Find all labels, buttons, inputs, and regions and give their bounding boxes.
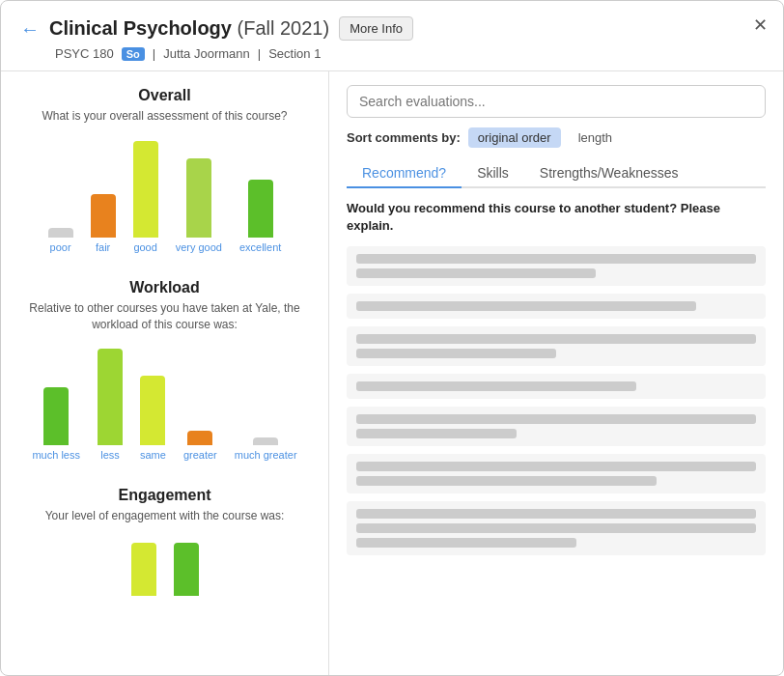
bar [131,543,156,596]
bar-item: much less [32,387,80,462]
bar [91,194,116,238]
bar-label: less [100,449,120,462]
comment-2 [347,294,766,319]
close-button[interactable]: ✕ [753,14,768,36]
bar-label: poor [50,241,71,254]
overall-chart: poorfairgoodvery goodexcellent [20,138,309,254]
bar-item [131,543,156,596]
bar-label: much greater [235,449,297,462]
section-badge: So [122,47,145,61]
left-panel: Overall What is your overall assessment … [1,71,329,675]
overall-title: Overall [20,87,309,104]
bar-label: same [140,449,166,462]
tab-skills[interactable]: Skills [462,159,524,188]
subtitle: PSYC 180 So | Jutta Joormann | Section 1 [55,46,764,61]
workload-desc: Relative to other courses you have taken… [20,300,309,333]
comment-6 [347,454,766,493]
bar [186,158,211,238]
right-panel: Sort comments by: original order length … [329,71,783,675]
overall-section: Overall What is your overall assessment … [20,87,309,254]
sort-length-button[interactable]: length [569,127,622,148]
tab-recommend[interactable]: Recommend? [347,159,462,188]
bar [187,431,212,445]
bar-item: very good [176,158,222,254]
main-window: ← Clinical Psychology (Fall 2021) More I… [0,0,784,676]
bar [133,141,158,238]
bar [140,376,165,445]
bar-item: poor [48,228,73,254]
search-input[interactable] [347,85,766,118]
main-content: Overall What is your overall assessment … [1,71,783,675]
engagement-desc: Your level of engagement with the course… [20,508,309,524]
bar-item: good [133,141,158,254]
sort-row: Sort comments by: original order length [347,127,766,148]
bar [98,349,123,445]
bar-label: fair [96,241,110,254]
separator: | [153,46,155,61]
back-button[interactable]: ← [20,19,40,39]
bar-item: same [140,376,166,462]
bar-label: good [133,241,156,254]
workload-section: Workload Relative to other courses you h… [20,279,309,463]
bar-label: greater [183,449,217,462]
title-year: (Fall 2021) [238,17,330,39]
bar-item: fair [91,194,116,254]
bar-item: much greater [235,437,297,462]
comment-7 [347,501,766,555]
course-code: PSYC 180 [55,46,114,61]
comment-1 [347,246,766,286]
instructor: Jutta Joormann [163,46,250,61]
workload-title: Workload [20,279,309,296]
bar-item: greater [183,431,217,462]
bar-item: less [98,349,123,462]
bar-item: excellent [239,180,281,254]
workload-chart: much lesslesssamegreatermuch greater [20,346,309,462]
separator2: | [258,46,261,61]
engagement-section: Engagement Your level of engagement with… [20,487,309,596]
comment-3 [347,326,766,366]
title-text: Clinical Psychology [49,17,232,39]
engagement-title: Engagement [20,487,309,504]
bar [253,437,278,445]
bar-item [174,543,199,596]
course-title: Clinical Psychology (Fall 2021) [49,17,329,40]
bar [48,228,73,238]
bar [43,387,69,445]
bar-label: very good [176,241,222,254]
bar [174,543,199,596]
header: ← Clinical Psychology (Fall 2021) More I… [1,1,783,71]
bar [248,180,273,238]
tab-strengths[interactable]: Strengths/Weaknesses [524,159,694,188]
tabs: Recommend? Skills Strengths/Weaknesses [347,159,766,188]
comment-4 [347,374,766,399]
comment-5 [347,407,766,446]
sort-original-button[interactable]: original order [468,127,561,148]
section-label: Section 1 [268,46,321,61]
more-info-button[interactable]: More Info [339,16,413,41]
bar-label: excellent [239,241,281,254]
engagement-chart [20,538,309,596]
bar-label: much less [32,449,80,462]
sort-label: Sort comments by: [347,130,461,145]
overall-desc: What is your overall assessment of this … [20,108,309,125]
question-text: Would you recommend this course to anoth… [347,200,766,235]
